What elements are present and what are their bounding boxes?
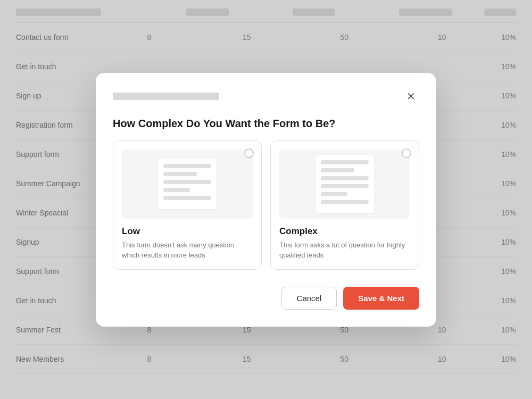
form-preview-low (122, 149, 253, 219)
option-card-low[interactable]: Low This form doesn't ask many question … (113, 140, 262, 270)
modal-header: ✕ (113, 88, 419, 105)
preview-line (321, 192, 347, 196)
modal-overlay: ✕ How Complex Do You Want the Form to Be… (0, 0, 532, 399)
modal-header-bar (113, 93, 219, 100)
preview-inner-low (158, 159, 217, 209)
option-card-complex[interactable]: Complex This form asks a lot of question… (270, 140, 419, 270)
close-button[interactable]: ✕ (402, 88, 419, 105)
preview-line (321, 160, 369, 164)
preview-inner-complex (315, 155, 374, 213)
preview-line (163, 180, 211, 184)
preview-line (321, 184, 369, 188)
preview-line (321, 176, 369, 180)
radio-low[interactable] (244, 148, 254, 158)
option-label-low: Low (122, 226, 253, 237)
modal: ✕ How Complex Do You Want the Form to Be… (96, 73, 436, 327)
save-next-button[interactable]: Save & Next (343, 287, 419, 310)
preview-line (163, 172, 197, 176)
preview-line (163, 196, 211, 200)
radio-complex[interactable] (402, 148, 411, 158)
modal-title: How Complex Do You Want the Form to Be? (113, 118, 419, 130)
modal-footer: Cancel Save & Next (113, 287, 419, 310)
cancel-button[interactable]: Cancel (281, 287, 337, 310)
preview-line (163, 188, 190, 192)
option-desc-low: This form doesn't ask many question whic… (122, 240, 253, 261)
option-desc-complex: This form asks a lot of question for hig… (279, 240, 410, 261)
options-row: Low This form doesn't ask many question … (113, 140, 419, 270)
option-label-complex: Complex (279, 226, 410, 237)
preview-line (321, 200, 369, 204)
preview-line (163, 164, 211, 168)
form-preview-complex (279, 149, 410, 219)
preview-line (321, 168, 354, 172)
